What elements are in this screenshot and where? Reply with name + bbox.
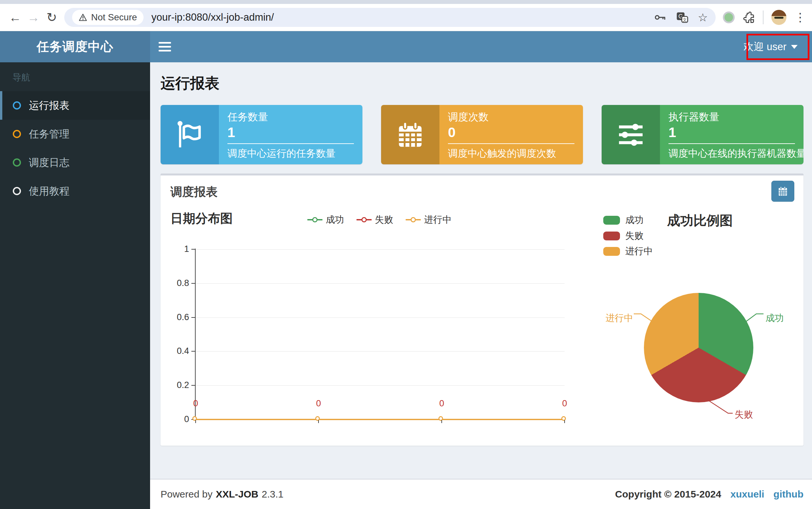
point-value-label: 0 xyxy=(309,399,328,409)
point-value-label: 0 xyxy=(555,399,575,409)
main-area: 运行报表 任务数量 1 xyxy=(150,62,812,509)
stat-card-jobs: 任务数量 1 调度中心运行的任务数量 xyxy=(160,105,362,164)
browser-tabstrip xyxy=(0,0,812,4)
welcome-user-label: 欢迎 user xyxy=(743,40,786,54)
data-point xyxy=(192,416,197,421)
legend-label: 进行中 xyxy=(625,245,653,258)
top-navbar: 欢迎 user xyxy=(150,31,812,62)
browser-actions: ⋮ xyxy=(722,10,806,25)
date-range-button[interactable] xyxy=(771,181,794,202)
sidebar-item-label: 任务管理 xyxy=(29,127,70,141)
circle-icon xyxy=(13,101,21,109)
sidebar-item-label: 运行报表 xyxy=(29,99,70,112)
stat-card-title: 任务数量 xyxy=(227,110,354,124)
stat-card-title: 执行器数量 xyxy=(668,110,795,124)
link-xuxueli[interactable]: xuxueli xyxy=(730,489,764,500)
url-text[interactable]: your-ip:8080/xxl-job-admin/ xyxy=(151,11,274,23)
flag-icon xyxy=(160,105,219,164)
pie xyxy=(644,293,753,402)
bookmark-star-icon[interactable]: ☆ xyxy=(698,12,708,23)
data-point xyxy=(438,416,443,421)
sidebar-toggle-icon[interactable] xyxy=(158,42,171,52)
divider xyxy=(448,143,575,144)
circle-icon xyxy=(13,187,21,195)
stat-card-desc: 调度中心触发的调度次数 xyxy=(448,147,575,160)
legend-item-fail[interactable]: 失败 xyxy=(357,213,393,226)
sidebar-item-job-log[interactable]: 调度日志 xyxy=(0,148,150,177)
calendar-icon xyxy=(381,105,439,164)
powered-by-text: Powered by xyxy=(160,489,212,500)
divider xyxy=(227,143,354,144)
pie-legend-fail[interactable]: 失败 xyxy=(603,230,643,242)
avatar-hat xyxy=(771,10,786,16)
profile-avatar[interactable] xyxy=(771,10,786,25)
pie-chart-title: 成功比例图 xyxy=(667,211,733,230)
legend-label: 进行中 xyxy=(424,213,451,226)
sidebar-item-run-report[interactable]: 运行报表 xyxy=(0,91,150,120)
sidebar: 导航 运行报表 任务管理 调度日志 使用教程 xyxy=(0,62,150,509)
sliders-icon xyxy=(602,105,660,164)
toolbar-separator xyxy=(763,10,764,24)
legend-label: 失败 xyxy=(375,213,393,226)
browser-chrome: ← → ↻ Not Secure your-ip:8080/xxl-job-ad… xyxy=(0,0,812,31)
back-icon[interactable]: ← xyxy=(6,11,24,24)
warning-icon xyxy=(79,13,87,21)
footer: Powered by XXL-JOB 2.3.1 Copyright © 201… xyxy=(150,479,812,509)
chevron-down-icon xyxy=(791,45,798,49)
sidebar-item-job-manage[interactable]: 任务管理 xyxy=(0,120,150,148)
address-bar[interactable]: Not Secure your-ip:8080/xxl-job-admin/ G xyxy=(64,8,716,27)
line-chart-title: 日期分布图 xyxy=(171,210,233,227)
swatch-icon xyxy=(603,216,620,225)
pie-label-running: 进行中 xyxy=(605,312,633,325)
date-distribution-chart: 日期分布图 成功 失败 进 xyxy=(171,204,577,427)
stat-card-value: 0 xyxy=(448,125,575,140)
brand-title[interactable]: 任务调度中心 xyxy=(0,31,150,62)
extension-dot-icon[interactable] xyxy=(723,11,735,23)
user-menu[interactable]: 欢迎 user xyxy=(738,31,804,62)
circle-icon xyxy=(13,159,21,167)
pie-legend-success[interactable]: 成功 xyxy=(603,214,643,226)
sidebar-item-help[interactable]: 使用教程 xyxy=(0,177,150,205)
sidebar-item-label: 使用教程 xyxy=(29,184,70,198)
translate-icon[interactable]: G 文 xyxy=(676,12,688,23)
line-chart-plot: 1 0.8 0.6 0.4 0.2 0 0 0 xyxy=(196,249,564,419)
point-value-label: 0 xyxy=(186,399,206,409)
screen: ← → ↻ Not Secure your-ip:8080/xxl-job-ad… xyxy=(0,0,812,509)
y-axis xyxy=(195,248,196,420)
sidebar-section-label: 导航 xyxy=(12,71,150,83)
svg-text:文: 文 xyxy=(682,18,687,22)
link-github[interactable]: github xyxy=(773,489,804,500)
circle-icon xyxy=(13,130,21,138)
stat-card-body: 调度次数 0 调度中心触发的调度次数 xyxy=(439,105,583,164)
security-chip-label: Not Secure xyxy=(91,12,137,23)
pie-label-fail: 失败 xyxy=(735,408,753,421)
password-key-icon[interactable] xyxy=(654,12,666,23)
stat-card-value: 1 xyxy=(227,125,354,140)
pie-legend-running[interactable]: 进行中 xyxy=(603,245,653,258)
avatar-glasses xyxy=(774,17,783,19)
y-tick-label: 0.4 xyxy=(171,346,189,356)
omnibox-actions: G 文 ☆ xyxy=(654,12,708,23)
legend-item-success[interactable]: 成功 xyxy=(307,213,344,226)
stat-card-value: 1 xyxy=(668,125,795,140)
stat-card-body: 执行器数量 1 调度中心在线的执行器机器数量 xyxy=(660,105,804,164)
y-tick-label: 0 xyxy=(171,414,189,425)
browser-menu-icon[interactable]: ⋮ xyxy=(794,10,806,24)
data-point xyxy=(315,416,320,421)
line-marker-icon xyxy=(307,219,323,220)
reload-icon[interactable]: ↻ xyxy=(43,11,61,24)
sidebar-item-label: 调度日志 xyxy=(29,156,70,170)
report-panel: 调度报表 xyxy=(160,173,804,446)
content: 运行报表 任务数量 1 xyxy=(150,62,812,479)
legend-item-running[interactable]: 进行中 xyxy=(406,213,451,226)
forward-icon[interactable]: → xyxy=(24,11,43,24)
legend-label: 成功 xyxy=(625,214,643,226)
stat-card-desc: 调度中心运行的任务数量 xyxy=(227,147,354,160)
divider xyxy=(668,143,795,144)
extensions-puzzle-icon[interactable] xyxy=(742,11,755,24)
security-chip[interactable]: Not Secure xyxy=(72,10,144,25)
line-marker-icon xyxy=(357,219,372,220)
point-value-label: 0 xyxy=(432,399,451,409)
stat-card-body: 任务数量 1 调度中心运行的任务数量 xyxy=(219,105,362,164)
swatch-icon xyxy=(603,232,620,240)
